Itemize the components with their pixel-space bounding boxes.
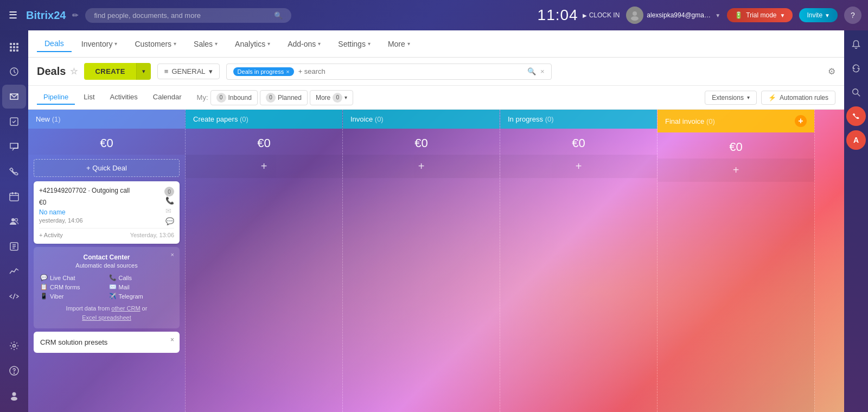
sidebar-item-tasks[interactable]	[2, 110, 26, 134]
nav-more[interactable]: More ▾	[380, 36, 418, 52]
email-deal-icon[interactable]: ✉	[165, 207, 174, 215]
search-clear-icon[interactable]: ×	[540, 67, 545, 75]
automation-button[interactable]: ⚡ Automation rules	[761, 91, 835, 105]
filter-button[interactable]: ≡ GENERAL ▾	[157, 64, 220, 79]
planned-button[interactable]: 0 Planned	[260, 90, 308, 105]
create-button[interactable]: CREATE	[84, 63, 136, 80]
extensions-chevron-icon: ▾	[747, 94, 750, 100]
final-invoice-add-icon[interactable]: +	[795, 115, 807, 127]
nav-deals[interactable]: Deals	[37, 36, 72, 52]
deal-card-title: +421949207702 · Outgoing call 0	[39, 187, 174, 197]
presets-close-icon[interactable]: ×	[170, 336, 174, 344]
sidebar-item-contacts[interactable]	[2, 210, 26, 233]
sidebar-item-chat[interactable]	[2, 135, 26, 159]
search-tag-close-icon[interactable]: ×	[286, 68, 289, 75]
footer-date: Yesterday, 13:06	[130, 232, 174, 238]
comment-deal-icon[interactable]: 💬	[165, 217, 174, 225]
sidebar-item-feed[interactable]	[2, 60, 26, 84]
trial-mode-button[interactable]: 🔋 Trial mode ▼	[727, 8, 793, 22]
refresh-icon[interactable]	[846, 59, 866, 78]
help-button[interactable]: ?	[844, 7, 861, 24]
telegram-icon: ✈️	[109, 293, 117, 300]
add-deal-inprogress-button[interactable]: +	[500, 155, 657, 178]
svg-point-1	[631, 16, 639, 21]
nav-addons[interactable]: Add-ons ▾	[280, 36, 328, 52]
add-activity-button[interactable]: + Activity	[39, 232, 63, 238]
sidebar-item-profile[interactable]	[2, 384, 26, 408]
edit-icon[interactable]: ✏	[72, 11, 79, 20]
info-card-close-icon[interactable]: ×	[171, 251, 174, 258]
nav-inventory[interactable]: Inventory ▾	[74, 36, 125, 52]
user-initial-button[interactable]: A	[846, 130, 866, 150]
tab-calendar[interactable]: Calendar	[146, 90, 188, 105]
tab-pipeline[interactable]: Pipeline	[37, 90, 75, 105]
search-input[interactable]	[298, 67, 523, 75]
trial-chevron-icon: ▼	[780, 12, 786, 18]
add-deal-papers-button[interactable]: +	[186, 155, 342, 178]
search-input[interactable]	[94, 11, 270, 20]
nav-sales[interactable]: Sales ▾	[186, 36, 225, 52]
nav-analytics[interactable]: Analytics ▾	[227, 36, 278, 52]
svg-rect-4	[16, 43, 18, 45]
sidebar-item-home[interactable]	[2, 35, 26, 59]
deal-contact[interactable]: No name	[39, 208, 174, 216]
svg-point-18	[13, 345, 16, 347]
global-search[interactable]: 🔍	[85, 8, 291, 23]
sidebar-item-inventory[interactable]	[2, 234, 26, 258]
invite-chevron-icon: ▼	[825, 12, 830, 18]
contact-center-card: × Contact Center Automatic deal sources …	[34, 247, 180, 328]
excel-link[interactable]: Excel spreadsheet	[82, 314, 131, 321]
table-row[interactable]: +421949207702 · Outgoing call 0 📞 ✉ 💬 €0…	[34, 181, 180, 244]
view-settings-icon[interactable]: ⚙	[828, 66, 835, 77]
col-title-inprogress: In progress (0)	[508, 115, 554, 123]
other-crm-link[interactable]: other CRM	[111, 305, 140, 312]
menu-icon[interactable]: ☰	[7, 7, 20, 23]
kanban-col-new: New (1) €0 + Quick Deal +421949207702 · …	[28, 110, 186, 412]
invite-button[interactable]: Invite ▼	[799, 8, 838, 22]
svg-point-22	[11, 397, 17, 401]
tab-list[interactable]: List	[77, 90, 101, 105]
notification-icon[interactable]	[846, 35, 866, 54]
sidebar-item-settings[interactable]	[2, 334, 26, 358]
svg-rect-8	[10, 49, 12, 52]
nav-settings[interactable]: Settings ▾	[330, 36, 378, 52]
sales-chevron-icon: ▾	[215, 41, 218, 47]
sidebar-item-calendar[interactable]	[2, 185, 26, 208]
navbar: Deals Inventory ▾ Customers ▾ Sales ▾ An…	[28, 30, 844, 58]
clock-in-button[interactable]: CLOCK IN	[583, 11, 620, 19]
import-text: Import data from other CRM or Excel spre…	[40, 304, 173, 322]
svg-rect-3	[13, 43, 15, 45]
sidebar-item-telephony[interactable]	[2, 160, 26, 183]
col-title-papers: Create papers (0)	[193, 115, 248, 123]
search-icon-right[interactable]	[846, 83, 866, 102]
svg-rect-10	[16, 49, 18, 52]
col-header-finalinvoice: Final invoice (0) +	[658, 110, 814, 132]
svg-rect-7	[16, 46, 18, 48]
sidebar-item-crm[interactable]	[2, 85, 26, 109]
quick-deal-button[interactable]: + Quick Deal	[34, 159, 180, 177]
add-deal-invoice-button[interactable]: +	[343, 155, 500, 178]
search-magnify-icon: 🔍	[527, 67, 536, 75]
extensions-button[interactable]: Extensions ▾	[705, 91, 757, 105]
create-dropdown-button[interactable]: ▾	[136, 63, 151, 80]
nav-customers[interactable]: Customers ▾	[127, 36, 184, 52]
user-profile[interactable]: alexsipka994@gmail.... ▼	[626, 7, 720, 24]
more-count: 0	[333, 93, 342, 103]
sidebar-item-developer[interactable]	[2, 284, 26, 308]
kanban-col-papers: Create papers (0) €0 +	[186, 110, 343, 412]
inbound-button[interactable]: 0 Inbound	[210, 90, 258, 105]
tab-activities[interactable]: Activities	[104, 90, 144, 105]
sidebar-item-marketing[interactable]	[2, 259, 26, 283]
svg-rect-5	[10, 46, 12, 48]
phone-button[interactable]	[846, 106, 866, 126]
favorite-star-icon[interactable]: ☆	[70, 66, 78, 77]
add-deal-finalinvoice-button[interactable]: +	[658, 159, 814, 182]
sidebar-item-help[interactable]	[2, 359, 26, 383]
kanban-col-invoice: Invoice (0) €0 +	[343, 110, 500, 412]
battery-icon: 🔋	[735, 11, 743, 19]
phone-deal-icon[interactable]: 📞	[165, 197, 174, 205]
calls-icon: 📞	[109, 274, 117, 281]
list-item: 📋CRM forms	[40, 283, 105, 290]
deals-search-bar[interactable]: Deals in progress × 🔍 ×	[226, 64, 552, 80]
more-my-button[interactable]: More 0 ▾	[310, 90, 353, 105]
